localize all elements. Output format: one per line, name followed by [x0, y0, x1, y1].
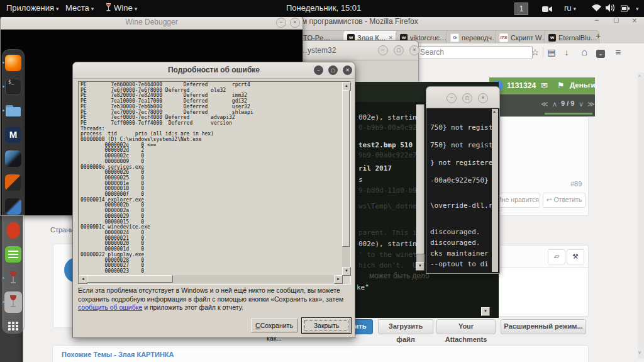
system32-close-button[interactable]: ×: [409, 45, 419, 55]
flag-icon[interactable]: ⚑: [557, 81, 565, 90]
dialog-minimize-button[interactable]: −: [314, 65, 323, 75]
terminal-close-button[interactable]: ×: [478, 93, 488, 103]
pagination[interactable]: 9 / 9: [561, 99, 574, 107]
last-page-icon[interactable]: ≫: [587, 100, 595, 108]
terminal-maximize-button[interactable]: ▢: [462, 93, 472, 103]
scroll-up-button[interactable]: ▲: [342, 82, 351, 91]
tab-perevodchik[interactable]: G переводч…: [446, 30, 500, 44]
scroll-up-icon[interactable]: ^: [638, 74, 641, 79]
keyboard-layout-indicator[interactable]: ru▾: [564, 3, 576, 13]
money-link[interactable]: Деньги: [570, 81, 596, 89]
your-attachments-button[interactable]: Your Attachments: [436, 319, 496, 334]
bookmark-star-icon[interactable]: ☆: [529, 46, 541, 59]
menu-icon[interactable]: ≡: [612, 46, 625, 59]
wine-debugger-minimize-button[interactable]: −: [276, 18, 286, 28]
dock-files-icon[interactable]: [5, 103, 21, 119]
places-menu[interactable]: Места▾: [65, 3, 94, 13]
log-horizontal-scrollbar[interactable]: ◄ ►: [79, 275, 342, 283]
system32-maximize-button[interactable]: ▢: [394, 45, 404, 55]
dock-flame-icon[interactable]: [5, 221, 22, 240]
battery-icon[interactable]: [621, 4, 630, 14]
tab-eternalblue[interactable]: w EternalBlu…: [544, 30, 599, 44]
terminal-line: cks maintainer: [430, 249, 489, 257]
log-vertical-scrollbar[interactable]: ▲ ▼: [342, 82, 350, 275]
dock-game-blue-icon[interactable]: [5, 198, 21, 215]
tab-skript[interactable]: ITS Скрипт W…: [495, 30, 549, 44]
scrollbar-thumb[interactable]: [416, 105, 425, 254]
mail-icon[interactable]: ✉: [541, 81, 548, 90]
tab-close-icon[interactable]: ✕: [389, 35, 394, 41]
system-menu-chevron[interactable]: ▾: [634, 3, 639, 13]
scroll-down-button[interactable]: ▼: [416, 262, 425, 271]
home-icon[interactable]: ⌂: [578, 46, 591, 59]
terminal-front-window: − ▢ × 750} not regist 750} not regist } …: [426, 86, 500, 274]
first-page-icon[interactable]: ≪: [541, 100, 548, 108]
close-button[interactable]: Закрыть: [301, 317, 352, 334]
system32-minimize-button[interactable]: −: [378, 45, 388, 55]
next-page-icon[interactable]: ∨: [579, 100, 584, 108]
save-as-button[interactable]: ССохранить как...: [251, 319, 297, 332]
scroll-left-button[interactable]: ◄: [79, 275, 87, 284]
scrollbar-thumb[interactable]: [87, 275, 173, 283]
reply-textarea[interactable]: [492, 269, 586, 312]
eraser-tool-button[interactable]: ▱: [548, 249, 565, 264]
dialog-close-icon[interactable]: ✕: [343, 65, 352, 75]
terminal-line: 9-b80d-11d0-b9b: [358, 186, 421, 195]
toolbar-divider: [543, 47, 543, 58]
page-scrollbar[interactable]: ^ v: [638, 72, 644, 359]
dock-metasploit-icon[interactable]: M: [5, 127, 21, 143]
wine-debugger-close-button[interactable]: ×: [290, 18, 300, 28]
clock[interactable]: Понедельник, 15:01: [286, 3, 361, 13]
wifi-icon[interactable]: [592, 4, 601, 14]
dock-firefox-icon[interactable]: [5, 55, 21, 71]
scroll-up-icon[interactable]: ▲: [492, 110, 496, 113]
wine-debugger-titlebar[interactable]: Wine Debugger − ×: [1, 16, 303, 30]
new-tab-button[interactable]: +: [596, 31, 601, 41]
firefox-maximize-button[interactable]: ▢: [613, 16, 619, 23]
similar-topics-title[interactable]: Похожие Темы - Злая КАРТИНКА: [62, 351, 174, 358]
firefox-minimize-button[interactable]: −: [594, 16, 599, 25]
running-indicator: [3, 110, 4, 111]
error-log-textarea[interactable]: PE 7e660000-7e664000 Deferred rpcrt4 PE …: [78, 81, 351, 285]
dock-wine-active-icon[interactable]: [5, 294, 21, 310]
terminal-front-titlebar[interactable]: − ▢ ×: [426, 87, 499, 108]
like-button[interactable]: Мне нравится: [495, 193, 540, 208]
reader-icon[interactable]: ▤: [545, 46, 558, 59]
system32-titlebar[interactable]: …ystem32 − ▢ ×: [295, 41, 418, 60]
dialog-titlebar[interactable]: Подробности об ошибке − ▢ ✕: [73, 62, 355, 79]
running-indicator: [3, 277, 4, 279]
menu-label: Места: [65, 3, 89, 13]
terminal-back-scrollbar[interactable]: ▼: [416, 105, 425, 271]
bbcode-tool-button[interactable]: ⚒: [567, 249, 584, 264]
terminal-minimize-button[interactable]: −: [447, 93, 457, 103]
terminal-front-scrollbar[interactable]: ▲: [492, 109, 498, 272]
dock-app-grid-icon[interactable]: [5, 318, 21, 334]
workspace-indicator[interactable]: 1: [514, 3, 528, 15]
applications-menu[interactable]: Приложения▾: [6, 3, 59, 13]
scrollbar-thumb[interactable]: [342, 90, 350, 247]
search-input[interactable]: Search: [416, 46, 533, 59]
pocket-icon[interactable]: ⌄: [594, 46, 607, 59]
report-bug-link[interactable]: сообщить об ошибке: [78, 303, 142, 311]
upload-file-button[interactable]: Загрузить файл: [378, 319, 433, 334]
dock-wine-icon[interactable]: [5, 270, 21, 286]
prev-page-icon[interactable]: ∧: [552, 100, 557, 108]
volume-icon[interactable]: [606, 4, 615, 14]
wine-debugger-title: Wine Debugger: [1, 16, 303, 29]
scroll-down-icon[interactable]: v: [638, 349, 641, 355]
dock-avatar-icon[interactable]: [5, 150, 21, 167]
dock-game-orange-icon[interactable]: [5, 174, 21, 191]
advanced-mode-button[interactable]: Расширенный режим...: [501, 319, 586, 334]
downloads-icon[interactable]: ↓: [560, 46, 573, 59]
terminal-line: 002e), starting: [358, 113, 421, 122]
terminal-front-scroll-down-button[interactable]: ▼: [481, 307, 490, 316]
firefox-close-button[interactable]: ×: [632, 16, 637, 25]
wine-menu[interactable]: Wine▾: [106, 3, 137, 13]
reply-button[interactable]: ↩ Ответить: [543, 193, 586, 208]
dock-notes-icon[interactable]: [5, 246, 21, 263]
user-id[interactable]: 1131324: [507, 81, 536, 90]
dialog-maximize-button[interactable]: ▢: [328, 65, 338, 75]
dock-terminal-icon[interactable]: $_: [5, 79, 21, 95]
scroll-right-button[interactable]: ►: [334, 275, 343, 284]
scroll-down-button[interactable]: ▼: [342, 267, 351, 276]
